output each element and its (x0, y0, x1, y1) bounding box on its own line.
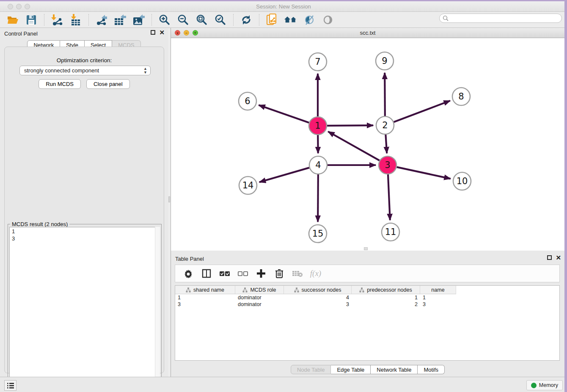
column-header-predecessor-nodes[interactable]: predecessor nodes (352, 286, 420, 294)
graph-edge-3-11[interactable] (388, 174, 390, 220)
graph-node-label: 7 (315, 57, 320, 67)
gear-icon[interactable] (183, 268, 194, 279)
column-header-MCDS-role[interactable]: MCDS role (235, 286, 284, 294)
status-bar: Memory (0, 377, 567, 392)
save-icon[interactable] (25, 14, 38, 26)
graph-edge-4-14[interactable] (259, 168, 309, 182)
trash-icon[interactable] (274, 268, 285, 279)
graph-node-2[interactable]: 2 (376, 116, 394, 134)
mcds-result-list[interactable]: 1 3 (9, 227, 160, 381)
select-all-icon[interactable] (219, 268, 230, 279)
graph-edge-2-8[interactable] (394, 101, 450, 122)
graph-edge-2-3[interactable] (385, 135, 387, 153)
graph-edge-3-10[interactable] (397, 167, 451, 179)
table-cell: dominator (235, 301, 284, 308)
graph-edge-1-6[interactable] (259, 105, 309, 123)
export-table-icon[interactable] (114, 14, 127, 26)
float-panel-icon[interactable] (547, 255, 552, 260)
network-window: x − + scc.txt 7968124314101511 (171, 28, 564, 251)
table-panel-header: Table Panel ✕ (171, 253, 564, 264)
close-panel-icon[interactable]: ✕ (556, 255, 561, 260)
graph-node-4[interactable]: 4 (309, 156, 327, 174)
tab-node-table[interactable]: Node Table (291, 365, 331, 374)
zoom-fit-icon[interactable] (195, 14, 208, 26)
graph-node-10[interactable]: 10 (453, 172, 471, 190)
hide-details-icon[interactable] (303, 14, 316, 26)
table-tabs: Node Table Edge Table Network Table Moti… (171, 365, 564, 374)
graph-node-6[interactable]: 6 (239, 92, 256, 110)
table-row[interactable]: 3dominator323 (175, 301, 559, 308)
graph-node-9[interactable]: 9 (376, 52, 394, 70)
close-panel-icon[interactable]: ✕ (159, 30, 165, 35)
graph-node-label: 2 (382, 120, 388, 130)
table-cell: 3 (284, 301, 352, 308)
export-image-icon[interactable] (132, 14, 145, 26)
tab-motifs[interactable]: Motifs (418, 365, 445, 374)
canvas-grip[interactable] (364, 247, 368, 250)
zoom-out-icon[interactable] (177, 14, 190, 26)
column-header-name[interactable]: name (420, 286, 456, 294)
graph-edge-3-1[interactable] (328, 132, 379, 160)
eye-icon[interactable] (322, 14, 334, 26)
run-mcds-button[interactable]: Run MCDS (39, 79, 81, 89)
table-toolbar: f(x) (175, 265, 560, 282)
tab-network-table[interactable]: Network Table (371, 365, 418, 374)
graph-edge-1-2[interactable] (327, 125, 373, 126)
chevron-up-down-icon: ▲▼ (143, 67, 147, 75)
graph-edge-2-9[interactable] (385, 73, 385, 116)
graph-node-15[interactable]: 15 (309, 225, 327, 243)
close-panel-button[interactable]: Close panel (86, 79, 130, 89)
task-history-button[interactable] (4, 380, 17, 391)
graph-node-7[interactable]: 7 (309, 53, 327, 71)
home-icon[interactable] (284, 14, 297, 26)
column-header-shared-name[interactable]: shared name (175, 286, 235, 294)
table-row[interactable]: 1dominator411 (175, 294, 559, 301)
optimization-criterion-label: Optimization criterion: (5, 57, 164, 63)
graph-node-label: 4 (315, 160, 321, 170)
function-icon[interactable]: f(x) (310, 268, 321, 279)
zoom-in-icon[interactable] (158, 14, 171, 26)
graph-node-label: 3 (385, 160, 390, 170)
zoom-selected-icon[interactable] (214, 14, 227, 26)
delete-table-icon[interactable] (292, 268, 303, 279)
deselect-all-icon[interactable] (237, 268, 248, 279)
graph-node-8[interactable]: 8 (452, 88, 470, 105)
result-scrollbar[interactable] (155, 227, 160, 381)
table-cell: 1 (175, 294, 235, 301)
import-network-icon[interactable] (51, 14, 63, 26)
graph-node-14[interactable]: 14 (239, 177, 257, 194)
refresh-icon[interactable] (240, 14, 253, 26)
table-cell: dominator (235, 294, 284, 301)
table-cell: 1 (352, 294, 420, 301)
memory-button[interactable]: Memory (526, 380, 563, 390)
clone-network-icon[interactable] (266, 14, 278, 26)
graph-node-label: 15 (312, 229, 324, 239)
add-icon[interactable] (256, 268, 267, 279)
float-panel-icon[interactable] (151, 30, 155, 35)
column-type-icon (359, 287, 364, 293)
table-cell: 1 (420, 294, 456, 301)
column-type-icon (242, 287, 248, 293)
tab-edge-table[interactable]: Edge Table (331, 365, 371, 374)
search-field[interactable] (439, 14, 562, 23)
column-header-successor-nodes[interactable]: successor nodes (284, 286, 352, 294)
graph-node-3[interactable]: 3 (379, 156, 396, 174)
columns-icon[interactable] (201, 268, 212, 279)
mcds-tab-content: Optimization criterion: strongly connect… (4, 47, 164, 373)
panel-divider[interactable] (168, 28, 171, 377)
network-window-titlebar[interactable]: x − + scc.txt (171, 28, 564, 38)
graph-edge-4-15[interactable] (318, 174, 318, 222)
export-network-icon[interactable] (95, 14, 108, 26)
network-canvas[interactable]: 7968124314101511 (171, 38, 564, 251)
table-cell: 3 (175, 301, 235, 308)
divider-grip[interactable] (168, 196, 170, 202)
graph-node-label: 10 (457, 176, 468, 186)
graph-node-11[interactable]: 11 (382, 223, 399, 241)
criterion-dropdown[interactable]: strongly connected component ▲▼ (19, 66, 151, 75)
graph-node-1[interactable]: 1 (309, 117, 327, 135)
import-table-icon[interactable] (69, 14, 82, 26)
network-graph[interactable]: 7968124314101511 (171, 38, 564, 251)
search-input[interactable] (449, 14, 561, 22)
open-folder-icon[interactable] (6, 14, 19, 26)
window-title: Session: New Session (0, 3, 567, 10)
